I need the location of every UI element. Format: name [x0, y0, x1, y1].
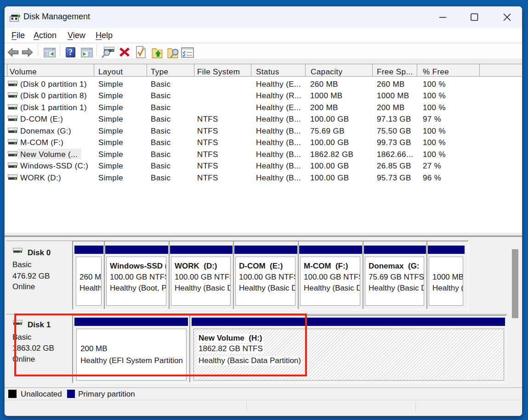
svg-text:?: ? [68, 48, 73, 57]
